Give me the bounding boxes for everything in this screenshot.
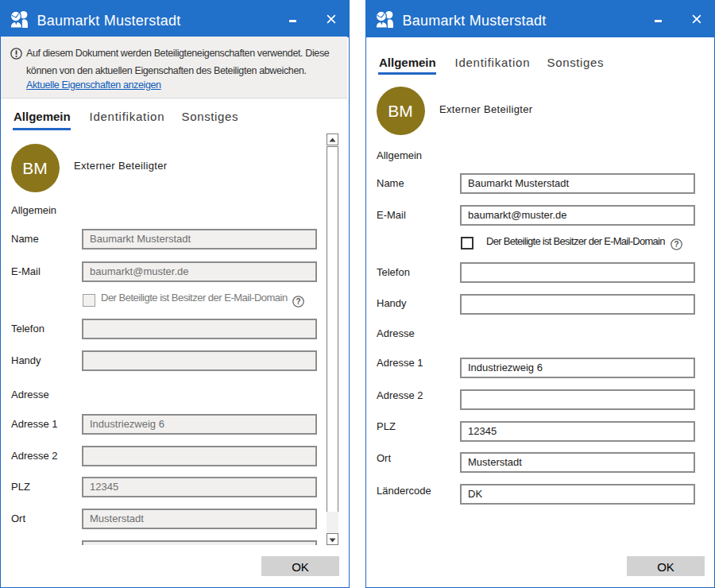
svg-text:?: ? — [674, 240, 678, 249]
svg-text:?: ? — [296, 297, 300, 306]
